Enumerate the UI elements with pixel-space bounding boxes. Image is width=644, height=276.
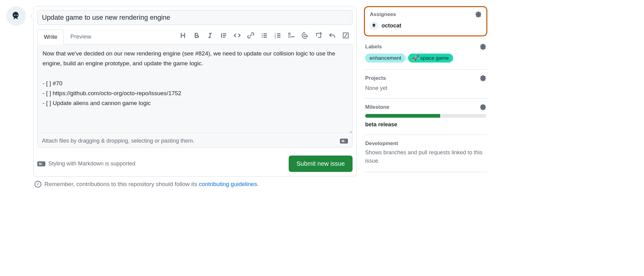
link-icon[interactable] xyxy=(247,32,254,39)
submit-new-issue-button[interactable]: Submit new issue xyxy=(289,156,353,172)
contributing-guidelines-notice: i Remember, contributions to this reposi… xyxy=(35,181,357,188)
remember-prefix: Remember, contributions to this reposito… xyxy=(44,181,199,187)
gear-icon[interactable] xyxy=(480,44,486,50)
development-title: Development xyxy=(365,140,398,147)
development-section: Development Shows branches and pull requ… xyxy=(364,135,487,172)
gear-icon[interactable] xyxy=(480,104,486,110)
attach-files-hint[interactable]: Attach files by dragging & dropping, sel… xyxy=(38,135,352,147)
svg-text:3: 3 xyxy=(275,37,276,39)
markdown-badge-icon: M↓ xyxy=(37,161,45,166)
milestone-section: Milestone beta release xyxy=(364,99,487,135)
quote-icon[interactable] xyxy=(220,32,227,39)
avatar xyxy=(370,21,378,30)
assignees-section: Assignees octocat xyxy=(364,6,487,36)
milestone-title: Milestone xyxy=(365,104,389,110)
gear-icon[interactable] xyxy=(475,11,481,18)
label-pill[interactable]: enhancement xyxy=(365,54,406,63)
tab-write[interactable]: Write xyxy=(37,30,64,45)
diff-icon[interactable] xyxy=(342,32,349,39)
user-avatar[interactable] xyxy=(6,6,26,26)
issue-title-input[interactable] xyxy=(37,10,353,25)
markdown-supported-text: Styling with Markdown is supported xyxy=(48,160,135,167)
assignee-user[interactable]: octocat xyxy=(370,21,481,30)
italic-icon[interactable] xyxy=(206,32,214,39)
issue-body-textarea[interactable] xyxy=(38,44,352,134)
projects-none-text: None yet xyxy=(365,85,486,91)
info-icon: i xyxy=(35,181,41,188)
mention-icon[interactable] xyxy=(301,32,309,39)
contributing-guidelines-link[interactable]: contributing guidelines xyxy=(199,181,257,187)
unordered-list-icon[interactable] xyxy=(261,32,268,39)
labels-title: Labels xyxy=(365,44,382,50)
projects-title: Projects xyxy=(365,75,386,81)
task-list-icon[interactable] xyxy=(288,32,295,39)
markdown-badge-icon[interactable]: M↓ xyxy=(340,139,348,144)
assignees-title: Assignees xyxy=(370,11,396,18)
markdown-toolbar: 123 xyxy=(179,32,353,42)
new-issue-form: Write Preview 123 xyxy=(33,6,357,177)
gear-icon[interactable] xyxy=(480,75,486,81)
labels-section: Labels enhancement🚀 space game xyxy=(364,38,487,70)
projects-section: Projects None yet xyxy=(364,70,487,99)
tab-preview[interactable]: Preview xyxy=(64,29,98,44)
milestone-name[interactable]: beta release xyxy=(365,121,486,128)
ordered-list-icon[interactable]: 123 xyxy=(274,32,282,39)
assignee-username: octocat xyxy=(382,22,401,29)
remember-suffix: . xyxy=(257,181,259,187)
milestone-progress-bar xyxy=(365,114,486,118)
attach-hint-text: Attach files by dragging & dropping, sel… xyxy=(42,138,194,144)
development-description: Shows branches and pull requests linked … xyxy=(365,148,486,165)
cross-reference-icon[interactable] xyxy=(315,32,322,39)
code-icon[interactable] xyxy=(233,32,241,39)
reply-icon[interactable] xyxy=(328,32,336,39)
heading-icon[interactable] xyxy=(179,32,187,39)
label-pill[interactable]: 🚀 space game xyxy=(408,54,453,63)
bold-icon[interactable] xyxy=(193,32,200,39)
